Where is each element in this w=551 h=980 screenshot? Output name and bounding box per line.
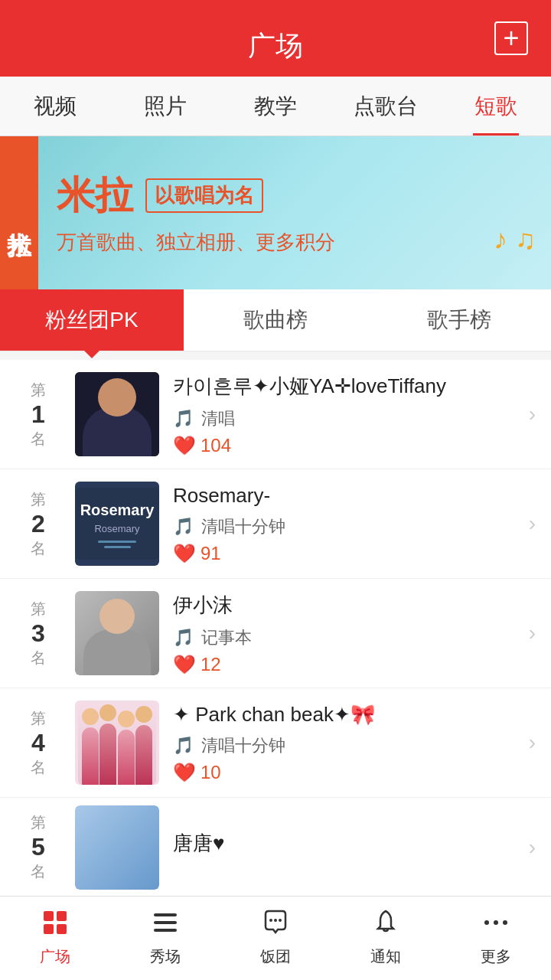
list-item[interactable]: 第 5 名 唐唐♥ › bbox=[0, 798, 551, 897]
bottom-nav-label-xiuchang: 秀场 bbox=[150, 946, 181, 967]
item-meta-1: 🎵 清唱 bbox=[173, 407, 521, 430]
item-info-5: 唐唐♥ bbox=[173, 830, 521, 864]
sub-tab-fans-pk[interactable]: 粉丝团PK bbox=[0, 289, 184, 351]
heart-icon: ❤️ bbox=[173, 435, 196, 456]
item-name-2: Rosemary- bbox=[173, 484, 521, 508]
item-likes-4: ❤️ 10 bbox=[173, 762, 521, 783]
item-name-5: 唐唐♥ bbox=[173, 830, 521, 857]
svg-rect-2 bbox=[44, 924, 54, 934]
rank-label-2: 第 2 名 bbox=[15, 489, 61, 559]
chevron-right-icon-1: › bbox=[529, 402, 536, 426]
rank-label-1: 第 1 名 bbox=[15, 380, 61, 449]
heart-icon: ❤️ bbox=[173, 654, 196, 675]
bottom-nav-more[interactable]: 更多 bbox=[441, 897, 551, 980]
sub-tab-song-rank[interactable]: 歌曲榜 bbox=[184, 289, 367, 351]
rank-list: 第 1 名 카이흔루✦小娅YA✛loveTiffany 🎵 清唱 ❤️ 104 … bbox=[0, 360, 551, 897]
svg-rect-5 bbox=[154, 921, 177, 924]
svg-rect-0 bbox=[44, 911, 54, 921]
bottom-nav-guangchang[interactable]: 广场 bbox=[0, 897, 110, 980]
item-info-1: 카이흔루✦小娅YA✛loveTiffany 🎵 清唱 ❤️ 104 bbox=[173, 373, 521, 456]
bottom-nav: 广场 秀场 饭团 通知 bbox=[0, 896, 551, 980]
bottom-nav-label-more: 更多 bbox=[481, 946, 511, 967]
list-item[interactable]: 第 3 名 伊小沫 🎵 记事本 ❤️ 12 › bbox=[0, 579, 551, 688]
add-button[interactable]: + bbox=[494, 21, 528, 55]
banner-desc: 万首歌曲、独立相册、更多积分 bbox=[57, 229, 533, 256]
svg-rect-6 bbox=[154, 929, 177, 932]
svg-rect-1 bbox=[57, 911, 67, 921]
rank-label-3: 第 3 名 bbox=[15, 599, 61, 668]
rank-label-5: 第 5 名 bbox=[15, 812, 61, 882]
tab-teach[interactable]: 教学 bbox=[220, 77, 331, 136]
bottom-nav-label-fantuan: 饭团 bbox=[260, 946, 291, 967]
heart-icon: ❤️ bbox=[173, 543, 196, 564]
musical-note-icon: ♪ ♫ bbox=[494, 224, 536, 256]
bottom-nav-label-guangchang: 广场 bbox=[40, 946, 70, 967]
list-item[interactable]: 第 1 名 카이흔루✦小娅YA✛loveTiffany 🎵 清唱 ❤️ 104 … bbox=[0, 360, 551, 469]
sub-tab-singer-rank[interactable]: 歌手榜 bbox=[367, 289, 551, 351]
tab-photo[interactable]: 照片 bbox=[110, 77, 220, 136]
banner: 米拉 米拉 以歌唱为名 万首歌曲、独立相册、更多积分 ♪ ♫ bbox=[0, 136, 551, 289]
tab-video[interactable]: 视频 bbox=[0, 77, 110, 136]
chat-icon bbox=[262, 910, 289, 942]
music-icon: 🎵 bbox=[173, 736, 194, 755]
item-info-4: ✦ Park chan beak✦🎀 🎵 清唱十分钟 ❤️ 10 bbox=[173, 703, 521, 783]
rank-label-4: 第 4 名 bbox=[15, 708, 61, 778]
more-icon bbox=[483, 910, 509, 942]
item-meta-3: 🎵 记事本 bbox=[173, 626, 521, 649]
svg-point-10 bbox=[484, 920, 489, 925]
item-name-4: ✦ Park chan beak✦🎀 bbox=[173, 703, 521, 727]
svg-point-9 bbox=[279, 919, 282, 922]
item-thumbnail-3 bbox=[75, 591, 159, 675]
item-thumbnail-1 bbox=[75, 372, 159, 456]
svg-rect-4 bbox=[154, 913, 177, 916]
item-info-2: Rosemary- 🎵 清唱十分钟 ❤️ 91 bbox=[173, 484, 521, 564]
item-thumbnail-5 bbox=[75, 805, 159, 890]
bell-icon bbox=[373, 910, 399, 942]
header: 广场 + bbox=[0, 0, 551, 77]
svg-point-11 bbox=[494, 920, 498, 925]
item-meta-2: 🎵 清唱十分钟 bbox=[173, 515, 521, 538]
item-info-3: 伊小沫 🎵 记事本 ❤️ 12 bbox=[173, 592, 521, 675]
music-icon: 🎵 bbox=[173, 517, 194, 536]
music-icon: 🎵 bbox=[173, 409, 194, 428]
list-item[interactable]: 第 2 名 Rosemary Rosemary Rosemary- 🎵 清唱十分… bbox=[0, 469, 551, 579]
bottom-nav-xiuchang[interactable]: 秀场 bbox=[110, 897, 220, 980]
item-likes-3: ❤️ 12 bbox=[173, 654, 521, 675]
item-meta-4: 🎵 清唱十分钟 bbox=[173, 734, 521, 757]
item-name-3: 伊小沫 bbox=[173, 592, 521, 619]
heart-icon: ❤️ bbox=[173, 762, 196, 783]
item-thumbnail-4 bbox=[75, 701, 159, 785]
svg-point-12 bbox=[503, 920, 507, 925]
chevron-right-icon-5: › bbox=[529, 835, 536, 860]
bottom-nav-tongzhi[interactable]: 通知 bbox=[331, 897, 441, 980]
list-item[interactable]: 第 4 名 ✦ Park chan beak✦🎀 🎵 清唱十分钟 ❤️ 10 › bbox=[0, 688, 551, 798]
chevron-right-icon-2: › bbox=[529, 511, 536, 536]
music-icon: 🎵 bbox=[173, 628, 194, 647]
item-likes-2: ❤️ 91 bbox=[173, 543, 521, 564]
item-thumbnail-2: Rosemary Rosemary bbox=[75, 482, 159, 566]
item-name-1: 카이흔루✦小娅YA✛loveTiffany bbox=[173, 373, 521, 400]
bottom-nav-label-tongzhi: 通知 bbox=[370, 946, 401, 967]
svg-point-8 bbox=[274, 919, 277, 922]
svg-point-7 bbox=[269, 919, 272, 922]
chevron-right-icon-4: › bbox=[529, 730, 536, 755]
chevron-right-icon-3: › bbox=[529, 621, 536, 645]
item-likes-1: ❤️ 104 bbox=[173, 435, 521, 456]
banner-title: 米拉 bbox=[57, 170, 133, 221]
grid-icon bbox=[42, 910, 68, 942]
nav-tabs: 视频 照片 教学 点歌台 短歌 bbox=[0, 77, 551, 136]
banner-tagline: 以歌唱为名 bbox=[145, 178, 263, 213]
tab-short-song[interactable]: 短歌 bbox=[441, 77, 551, 136]
list-icon bbox=[152, 910, 178, 942]
sub-tabs: 粉丝团PK 歌曲榜 歌手榜 bbox=[0, 289, 551, 352]
svg-rect-3 bbox=[57, 924, 67, 934]
header-title: 广场 bbox=[248, 28, 303, 65]
tab-jukebox[interactable]: 点歌台 bbox=[331, 77, 441, 136]
bottom-nav-fantuan[interactable]: 饭团 bbox=[220, 897, 331, 980]
